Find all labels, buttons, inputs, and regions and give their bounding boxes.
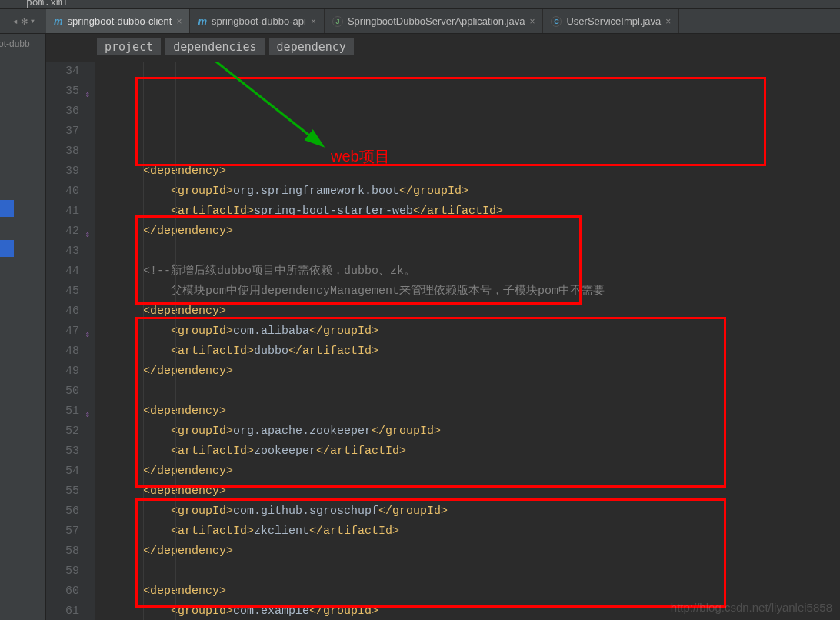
dropdown-icon[interactable]: ▼: [31, 18, 35, 25]
code-line[interactable]: [115, 562, 840, 582]
code-line[interactable]: <groupId>org.springframework.boot</group…: [115, 182, 840, 202]
code-line[interactable]: <dependency>: [115, 582, 840, 602]
code-line[interactable]: <dependency>: [115, 482, 840, 502]
gear-icon[interactable]: ✻: [22, 15, 28, 28]
code-line[interactable]: <artifactId>zkclient</artifactId>: [115, 522, 840, 542]
editor-tabs: m springboot-dubbo-client × m springboot…: [46, 9, 679, 33]
code-line[interactable]: <artifactId>spring-boot-starter-web</art…: [115, 202, 840, 222]
code-line[interactable]: 父模块pom中使用dependencyManagement来管理依赖版本号，子模…: [115, 282, 840, 302]
code-line[interactable]: </dependency>: [115, 362, 840, 382]
bookmark-marker: [0, 240, 14, 257]
code-line[interactable]: <groupId>com.example</groupId>: [115, 602, 840, 620]
bookmark-marker: [0, 200, 14, 217]
tab-label: SpringbootDubboServerApplication.java: [348, 15, 525, 27]
code-line[interactable]: <dependency>: [115, 402, 840, 422]
class-icon: C: [551, 16, 562, 27]
close-icon[interactable]: ×: [529, 16, 535, 27]
crumb-project[interactable]: project: [97, 38, 161, 55]
tab-label: UserServiceImpl.java: [566, 15, 661, 27]
code-area[interactable]: 3435363738394041424344454647484950515253…: [46, 62, 840, 620]
tab-label: springboot-dubbo-api: [212, 15, 306, 27]
toolbar-left-icons: ◂ ✻ ▼: [0, 15, 46, 28]
breadcrumbs: project dependencies dependency: [46, 34, 840, 62]
code-line[interactable]: <groupId>com.alibaba</groupId>: [115, 322, 840, 342]
file-tab-label: pom.xml: [26, 0, 68, 8]
back-icon[interactable]: ◂: [12, 15, 18, 28]
code-line[interactable]: <artifactId>zookeeper</artifactId>: [115, 442, 840, 462]
tab-label: springboot-dubbo-client: [68, 15, 172, 27]
code-line[interactable]: [115, 242, 840, 262]
crumb-dependencies[interactable]: dependencies: [165, 38, 264, 55]
code-line[interactable]: <groupId>com.github.sgroschupf</groupId>: [115, 502, 840, 522]
code-line[interactable]: </dependency>: [115, 462, 840, 482]
close-icon[interactable]: ×: [176, 16, 182, 27]
code-line[interactable]: [115, 142, 840, 162]
tab-springboot-dubbo-api[interactable]: m springboot-dubbo-api ×: [190, 9, 324, 33]
project-label: ot-dubb: [0, 38, 30, 49]
editor: project dependencies dependency 34353637…: [46, 34, 840, 620]
tab-userservice-impl[interactable]: C UserServiceImpl.java ×: [543, 9, 679, 33]
tab-springboot-dubbo-client[interactable]: m springboot-dubbo-client ×: [46, 9, 190, 33]
maven-icon: m: [54, 15, 63, 27]
tab-server-application[interactable]: J SpringbootDubboServerApplication.java …: [325, 9, 544, 33]
maven-icon: m: [198, 15, 207, 27]
close-icon[interactable]: ×: [311, 16, 316, 27]
close-icon[interactable]: ×: [665, 16, 671, 27]
crumb-dependency[interactable]: dependency: [269, 38, 354, 55]
line-gutter: 3435363738394041424344454647484950515253…: [46, 62, 95, 620]
code-line[interactable]: </dependency>: [115, 222, 840, 242]
code-line[interactable]: <groupId>org.apache.zookeeper</groupId>: [115, 422, 840, 442]
code-line[interactable]: <!--新增后续dubbo项目中所需依赖，dubbo、zk。: [115, 262, 840, 282]
code-line[interactable]: <artifactId>dubbo</artifactId>: [115, 342, 840, 362]
code-line[interactable]: </dependency>: [115, 542, 840, 562]
project-sidebar[interactable]: ot-dubb: [0, 34, 46, 620]
code-line[interactable]: <dependency>: [115, 162, 840, 182]
java-icon: J: [332, 16, 343, 27]
title-bar: pom.xml: [0, 0, 840, 9]
code-line[interactable]: <dependency>: [115, 302, 840, 322]
toolbar: ◂ ✻ ▼ m springboot-dubbo-client × m spri…: [0, 9, 840, 34]
code-content[interactable]: <dependency> <groupId>org.springframewor…: [95, 62, 840, 620]
code-line[interactable]: [115, 382, 840, 402]
